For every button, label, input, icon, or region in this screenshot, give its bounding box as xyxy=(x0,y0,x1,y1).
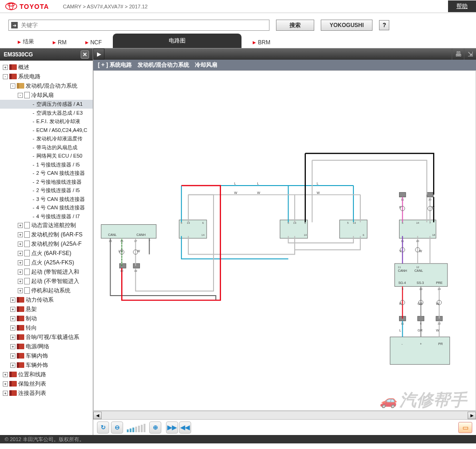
nav-tree[interactable]: +概述 -系统电路 -发动机/混合动力系统 -冷却风扇 -空调压力传感器 / A… xyxy=(0,61,93,435)
tree-leaf[interactable]: -4 号接线连接器 / I7 xyxy=(0,212,93,221)
svg-text:V: V xyxy=(399,249,401,253)
expand-icon[interactable]: + xyxy=(10,344,15,349)
yokogushi-button[interactable]: YOKOGUSHI xyxy=(321,20,373,31)
zoom-out-icon[interactable]: ⊖ xyxy=(111,421,123,434)
scroll-left-icon[interactable]: ◀ xyxy=(93,412,102,419)
expand-icon[interactable]: + xyxy=(18,251,23,256)
search-button[interactable]: 搜索 xyxy=(276,20,314,31)
expand-icon[interactable]: + xyxy=(18,242,23,247)
tree-node[interactable]: +点火 (A25A-FKS) xyxy=(0,258,93,267)
tree-leaf[interactable]: -ECM / A50,C24,A49,C xyxy=(0,126,93,135)
expand-icon[interactable]: + xyxy=(10,353,15,359)
tree-node-cooling-fan[interactable]: -冷却风扇 xyxy=(0,90,93,100)
search-help-icon[interactable]: ? xyxy=(379,20,389,30)
tree-leaf[interactable]: -1 号接线连接器 / I5 xyxy=(0,160,93,169)
tree-leaf[interactable]: -空调放大器总成 / E3 xyxy=(0,109,93,117)
tab-label: BRM xyxy=(258,39,270,46)
presentation-icon[interactable]: ▭ xyxy=(458,422,472,433)
svg-point-2 xyxy=(8,3,14,6)
book-icon xyxy=(9,74,17,79)
svg-text:15: 15 xyxy=(109,240,112,242)
expand-icon[interactable]: + xyxy=(10,363,15,368)
tab-rm[interactable]: ▶RM xyxy=(43,37,76,48)
tree-leaf[interactable]: -网络网关 ECU / E50 xyxy=(0,152,93,160)
expand-icon[interactable]: + xyxy=(3,65,8,70)
tree-node[interactable]: +车辆外饰 xyxy=(0,360,93,370)
expand-icon[interactable]: + xyxy=(10,335,15,340)
tree-node-engine-hybrid[interactable]: -发动机/混合动力系统 xyxy=(0,81,93,90)
horizontal-scrollbar[interactable]: ◀ ▶ xyxy=(93,411,476,419)
print-icon[interactable]: 🖶 xyxy=(452,48,464,60)
expand-icon[interactable]: + xyxy=(18,260,23,265)
search-arrow-icon[interactable]: ➜ xyxy=(11,22,18,28)
tree-leaf[interactable]: -带马达的风扇总成 xyxy=(0,143,93,152)
svg-text:W: W xyxy=(436,302,439,305)
page-icon xyxy=(24,278,30,284)
tree-node[interactable]: +转向 xyxy=(0,323,93,332)
tree-node[interactable]: +起动 (带智能进入和 xyxy=(0,267,93,276)
expand-icon[interactable]: + xyxy=(10,307,15,312)
tree-node[interactable]: +发动机控制 (A25A-F xyxy=(0,239,93,249)
tree-leaf[interactable]: -E.F.I. 发动机冷却液 xyxy=(0,117,93,126)
expand-icon[interactable]: + xyxy=(3,381,8,387)
tree-node[interactable]: +保险丝列表 xyxy=(0,379,93,388)
zoom-in-icon[interactable]: ⊕ xyxy=(149,421,161,434)
zoom-level-indicator[interactable] xyxy=(125,423,147,432)
expand-icon[interactable]: + xyxy=(18,223,23,228)
tree-node[interactable]: +悬架 xyxy=(0,304,93,314)
collapse-icon[interactable]: - xyxy=(18,93,23,98)
tree-node[interactable]: +发动机控制 (6AR-FS xyxy=(0,230,93,239)
scroll-right-icon[interactable]: ▶ xyxy=(468,412,476,419)
expand-icon[interactable]: + xyxy=(18,288,23,293)
close-icon[interactable]: ✕ xyxy=(81,50,89,59)
svg-text:9: 9 xyxy=(402,288,403,290)
tree-leaf[interactable]: -2 号接地接线连接器 xyxy=(0,178,93,187)
expand-icon[interactable]: + xyxy=(3,391,8,396)
expand-icon[interactable]: + xyxy=(18,232,23,237)
tree-node[interactable]: +动力传动系 xyxy=(0,295,93,304)
tab-brm[interactable]: ▶BRM xyxy=(243,37,280,48)
tree-node[interactable]: +动态雷达巡航控制 xyxy=(0,221,93,230)
refresh-icon[interactable]: ↻ xyxy=(97,421,109,434)
tab-ncf[interactable]: ▶NCF xyxy=(76,37,111,48)
export-icon[interactable]: ⇲ xyxy=(464,48,476,60)
tree-leaf[interactable]: -2 号 CAN 接线连接器 xyxy=(0,169,93,178)
expand-icon[interactable]: + xyxy=(10,297,15,303)
content-title: [ + ] 系统电路 发动机/混合动力系统 冷却风扇 xyxy=(93,60,476,70)
tree-node[interactable]: +音响/可视/车载通信系 xyxy=(0,332,93,342)
tree-node[interactable]: +位置和线路 xyxy=(0,370,93,379)
svg-text:W: W xyxy=(419,249,422,253)
collapse-icon[interactable]: - xyxy=(10,83,15,89)
expand-icon[interactable]: + xyxy=(3,372,8,377)
expand-icon[interactable]: + xyxy=(18,269,23,275)
tree-leaf[interactable]: -发动机冷却液温度传 xyxy=(0,134,93,143)
tree-leaf[interactable]: -3 号 CAN 接线连接器 xyxy=(0,195,93,204)
tree-node[interactable]: +电源/网络 xyxy=(0,342,93,351)
play-button[interactable]: ▶ xyxy=(93,48,104,60)
tab-results[interactable]: ▶结果 xyxy=(8,35,43,48)
tree-node[interactable]: +点火 (6AR-FSE) xyxy=(0,249,93,258)
wiring-diagram[interactable]: 1516177 513614 513614 5136 614718 1120 1… xyxy=(93,70,476,411)
tree-node-overview[interactable]: +概述 xyxy=(0,62,93,72)
search-input[interactable] xyxy=(8,20,269,31)
expand-icon[interactable]: + xyxy=(18,279,23,284)
next-page-icon[interactable]: ▶▶ xyxy=(166,421,178,434)
expand-icon[interactable]: + xyxy=(10,325,15,331)
prev-page-icon[interactable]: ◀◀ xyxy=(179,421,191,434)
tree-leaf-ac-pressure[interactable]: -空调压力传感器 / A1 xyxy=(0,100,93,109)
tree-node[interactable]: +停机和起动系统 xyxy=(0,286,93,295)
tree-node[interactable]: +连接器列表 xyxy=(0,388,93,398)
tab-circuit-diagram[interactable]: 电路图 xyxy=(113,34,241,48)
collapse-icon[interactable]: - xyxy=(3,74,8,79)
tree-node[interactable]: +制动 xyxy=(0,314,93,323)
tree-node[interactable]: +车辆内饰 xyxy=(0,351,93,360)
help-link[interactable]: 帮助 xyxy=(448,0,476,12)
expand-icon[interactable]: + xyxy=(10,316,15,321)
copyright-text: © 2012 丰田汽车公司。版权所有。 xyxy=(5,436,84,442)
tree-leaf[interactable]: -2 号接线连接器 / I5 xyxy=(0,186,93,195)
tree-node[interactable]: +起动 (不带智能进入 xyxy=(0,276,93,286)
book-icon xyxy=(17,362,24,368)
tree-node-sys-circuit[interactable]: -系统电路 xyxy=(0,72,93,81)
book-icon xyxy=(17,344,24,349)
tree-leaf[interactable]: -4 号 CAN 接线连接器 xyxy=(0,203,93,212)
